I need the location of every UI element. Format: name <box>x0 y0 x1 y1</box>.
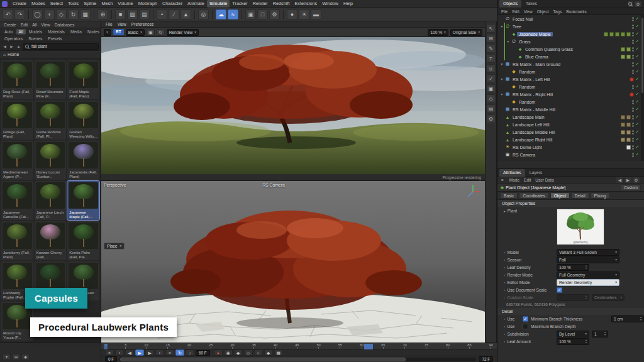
object-item[interactable]: ☀RS Dome Light✓ <box>497 143 644 151</box>
visibility-dots[interactable] <box>632 130 634 134</box>
param-checkbox-use-document-scale[interactable]: ✓ <box>557 287 562 293</box>
floor-icon[interactable]: ▬ <box>311 9 321 19</box>
section-tab-detail[interactable]: Detail <box>571 192 589 199</box>
range-start-marker[interactable] <box>104 344 108 349</box>
material-icon[interactable]: ● <box>287 9 297 19</box>
ruler-tick[interactable]: 70 <box>403 343 407 349</box>
material-chip[interactable] <box>621 47 625 52</box>
spin-down-icon[interactable]: ▾ <box>640 319 641 321</box>
back-icon[interactable]: ◀ <box>616 177 623 183</box>
om-menu-tags[interactable]: Tags <box>551 9 564 14</box>
scale-tool-icon[interactable]: ◇ <box>56 9 67 19</box>
visibility-dots[interactable] <box>632 70 634 74</box>
ruler-tick[interactable]: 50 <box>316 343 320 349</box>
tab-takes[interactable]: Takes <box>522 0 541 8</box>
asset-menu-all[interactable]: All <box>30 23 38 27</box>
enabled-check[interactable]: ✓ <box>635 107 639 112</box>
scrollbar-thumb[interactable] <box>641 18 643 93</box>
ruler-tick[interactable]: 90 <box>489 343 493 349</box>
object-item[interactable]: ▣RS Camera✓ <box>497 151 644 158</box>
asset-plant-item[interactable]: Honey Locust 'Sunbur... <box>35 141 67 180</box>
tab-attributes[interactable]: Attributes <box>499 169 525 177</box>
asset-plant-item[interactable]: Ginkgo (Fall, Plant) <box>1 101 33 140</box>
object-item[interactable]: ∅Focus Null✓ <box>497 15 644 23</box>
visibility-dot[interactable] <box>632 42 634 44</box>
magnet-icon[interactable]: ∪ <box>486 64 496 73</box>
next-frame-button[interactable]: ▶ <box>145 349 154 356</box>
timeline-ruler[interactable]: 051015202530354045505560657075808590 <box>101 343 497 349</box>
tab-objects[interactable]: Objects <box>499 0 521 8</box>
param-number-minimum-branch-thickness[interactable]: 1 cm▴▾ <box>611 315 644 322</box>
up-icon[interactable]: ▲ <box>16 45 21 48</box>
asset-plant-item[interactable]: Japanese Maple (Fall,... <box>67 181 99 220</box>
spinner-icon[interactable]: ▴▾ <box>586 265 587 270</box>
unit-dropdown[interactable]: Centimeters▾ <box>592 294 625 301</box>
visibility-dot[interactable] <box>632 125 634 127</box>
live-select-icon[interactable]: ◯ <box>32 9 43 19</box>
prev-key-button[interactable]: ‹ <box>115 349 124 356</box>
expander-icon[interactable]: ▾ <box>499 25 504 28</box>
polygons-mode-icon[interactable]: ▲ <box>180 9 191 19</box>
visibility-dot[interactable] <box>632 17 634 19</box>
texture-mode-icon[interactable]: ▨ <box>127 9 138 19</box>
spin-down-icon[interactable]: ▾ <box>586 341 587 344</box>
play-button[interactable]: ▶ <box>135 349 144 356</box>
axis-gizmo[interactable] <box>465 184 481 200</box>
material-chip[interactable] <box>626 55 631 59</box>
asset-tab-media[interactable]: Media <box>68 29 84 35</box>
workplane-icon[interactable]: ▤ <box>139 9 150 19</box>
key-position-button[interactable]: ◆ <box>234 349 243 356</box>
object-item[interactable]: ▾∅Tree✓ <box>497 23 644 30</box>
enabled-check[interactable]: ✓ <box>635 122 639 127</box>
autokey-button[interactable]: ◉ <box>224 349 233 356</box>
visibility-dot[interactable] <box>632 130 634 132</box>
camera-label[interactable]: RS Camera <box>262 183 285 187</box>
rotate-tool-icon[interactable]: ↻ <box>68 9 79 19</box>
asset-menu-view[interactable]: View <box>40 23 52 27</box>
material-chip[interactable] <box>626 145 631 150</box>
quality-dropdown[interactable]: Basic▾ <box>126 29 145 36</box>
ruler-tick[interactable]: 20 <box>187 343 191 349</box>
object-item[interactable]: ▦RS Matrix - Middle Hill✓ <box>497 106 644 113</box>
om-menu-view[interactable]: View <box>522 9 535 14</box>
current-frame-marker[interactable] <box>364 344 373 349</box>
visibility-dot[interactable] <box>632 133 634 134</box>
points-mode-icon[interactable]: • <box>157 9 167 19</box>
ruler-tick[interactable]: 30 <box>230 343 234 349</box>
coordinate-system-icon[interactable]: ⊕ <box>97 9 108 19</box>
visibility-dots[interactable] <box>632 107 634 112</box>
enabled-check[interactable]: ✓ <box>635 129 639 134</box>
sound-button[interactable]: ♪ <box>186 349 194 356</box>
param-checkbox-maximum-branch-depth[interactable] <box>523 324 528 329</box>
ruler-tick[interactable]: 15 <box>166 343 170 349</box>
asset-tab-materials[interactable]: Materials <box>45 29 67 35</box>
menu-modes[interactable]: Modes <box>29 0 48 8</box>
goto-end-button[interactable]: » <box>165 349 174 356</box>
object-item[interactable]: ◆Random✓ <box>497 68 644 75</box>
visibility-dots[interactable] <box>632 40 634 44</box>
enabled-check[interactable]: ✓ <box>635 99 639 104</box>
material-chip[interactable] <box>621 130 625 134</box>
visibility-dot[interactable] <box>632 19 634 21</box>
key-parameter-button[interactable]: ◆ <box>264 349 273 356</box>
snapshot-icon[interactable]: ▣ <box>147 29 155 36</box>
goto-start-button[interactable]: « <box>105 349 114 356</box>
grid-icon[interactable]: ⊞ <box>12 354 20 360</box>
render-view-icon[interactable]: ▣ <box>245 9 256 19</box>
viewport-menu-view[interactable]: View <box>116 21 128 27</box>
asset-tab-models[interactable]: Models <box>26 29 45 35</box>
ruler-tick[interactable]: 35 <box>252 343 256 349</box>
visibility-dot[interactable] <box>632 50 634 52</box>
section-tab-coordinates[interactable]: Coordinates <box>519 192 549 199</box>
expander-icon[interactable]: ▸ <box>504 209 506 213</box>
visibility-dot[interactable] <box>632 148 634 150</box>
menu-tracker[interactable]: Tracker <box>230 0 250 8</box>
object-item[interactable]: ▾∅Grass✓ <box>497 38 644 45</box>
attr-menu-user-data[interactable]: User Data <box>533 178 555 182</box>
menu-extensions[interactable]: Extensions <box>292 0 319 8</box>
om-menu-edit[interactable]: Edit <box>510 9 521 14</box>
object-item[interactable]: ▲Landscape Left Hill✓ <box>497 121 644 128</box>
viewport-label[interactable]: Perspective <box>104 183 126 187</box>
enabled-check[interactable]: ✓ <box>635 137 639 142</box>
plant-preview[interactable]: (premium) <box>557 209 604 245</box>
